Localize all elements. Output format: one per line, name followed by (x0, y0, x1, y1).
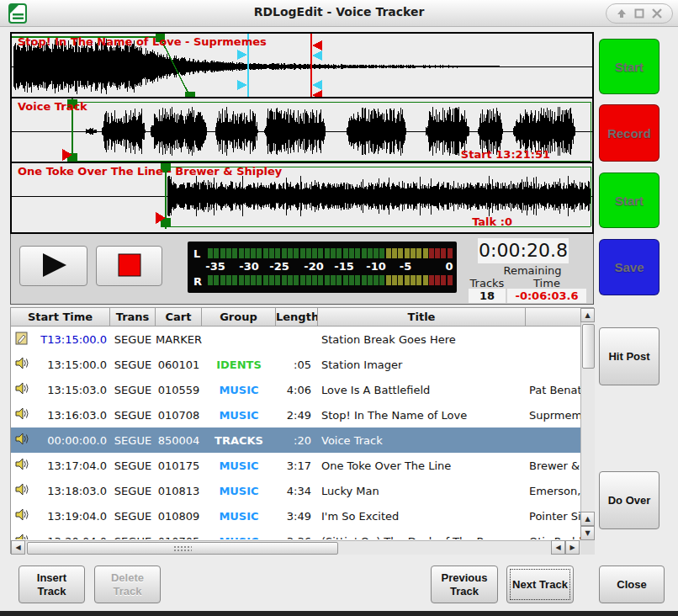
meter-segment (336, 275, 342, 285)
horizontal-scrollbar[interactable] (11, 540, 580, 555)
scrollbar-corner (580, 540, 595, 555)
meter-segment (208, 275, 213, 285)
meter-segment (362, 275, 367, 285)
cell-artist: Pat Benatar (526, 384, 580, 396)
log-table-row[interactable]: 00:00:00.0SEGUE850004TRACKS:20Voice Trac… (11, 427, 580, 453)
log-table-row[interactable]: T13:15:00.0SEGUEMARKERStation Break Goes… (11, 327, 580, 352)
speaker-icon (11, 534, 33, 539)
shade-window-icon[interactable] (617, 6, 627, 22)
scroll-down-button[interactable] (580, 526, 595, 540)
column-header-extra[interactable] (526, 308, 580, 327)
vertical-scrollbar-thumb[interactable] (582, 324, 595, 369)
meter-segment (294, 248, 299, 258)
meter-segment (239, 248, 244, 258)
scroll-up-button-bottom[interactable] (580, 512, 595, 526)
meter-segment (318, 275, 323, 285)
cell-length: 4:34 (276, 485, 318, 497)
meter-segment (373, 275, 379, 285)
log-table-row[interactable]: 13:18:03.0SEGUE010813MUSIC4:34Lucky ManE… (11, 478, 580, 503)
log-table-row[interactable]: 13:15:03.0SEGUE010559MUSIC4:06Love Is A … (11, 377, 580, 402)
do-over-button[interactable]: Do Over (599, 471, 659, 529)
meter-segment (349, 248, 354, 258)
note-icon (11, 332, 33, 348)
log-table-row[interactable]: 13:15:00.0SEGUE060101IDENTS:05Station Im… (11, 352, 580, 377)
meter-segment (288, 275, 293, 285)
meter-segment (411, 248, 416, 258)
track-label: Stop! In The Name of Love - Suprmemes (18, 35, 267, 48)
meter-segment (312, 275, 317, 285)
meter-scale-label: -25 (269, 260, 289, 273)
meter-segment (398, 248, 403, 258)
meter-right-channel-label: R (193, 275, 205, 288)
end-marker-arrow (312, 90, 322, 98)
meter-segment (232, 275, 237, 285)
meter-segment (257, 248, 262, 258)
title-bar[interactable]: RDLogEdit - Voice Tracker (0, 0, 678, 27)
log-table-row[interactable]: 13:16:03.0SEGUE010708MUSIC2:49Stop! In T… (11, 402, 580, 427)
next-track-button[interactable]: Next Track (506, 566, 574, 603)
start-previous-button[interactable]: Start (599, 39, 659, 94)
cell-start-time: 13:18:03.0 (33, 485, 110, 497)
meter-segment (306, 248, 311, 258)
close-window-icon[interactable] (652, 6, 662, 22)
log-table-row[interactable]: 13:17:04.0SEGUE010175MUSIC3:17One Toke O… (11, 453, 580, 478)
horizontal-scrollbar-thumb[interactable] (27, 542, 338, 555)
waveform-track-next[interactable]: One Toke Over The Line - Brewer & Shiple… (12, 163, 592, 229)
meter-segment (312, 248, 317, 258)
column-header-start-time[interactable]: Start Time (11, 308, 110, 327)
column-header-cart[interactable]: Cart (156, 308, 202, 327)
cell-artist: Suprmemes (526, 409, 580, 422)
scroll-left-button[interactable] (11, 540, 25, 555)
meter-segment (423, 275, 428, 285)
meter-segment (257, 275, 262, 285)
hit-post-button[interactable]: Hit Post (599, 327, 659, 385)
column-header-title[interactable]: Title (318, 308, 526, 327)
scroll-left-button-right[interactable] (551, 540, 565, 555)
delete-track-button[interactable]: Delete Track (94, 566, 161, 603)
insert-track-button[interactable]: Insert Track (19, 566, 85, 603)
meter-segment (343, 275, 348, 285)
track-talk-annotation: Talk :0 (472, 215, 512, 228)
waveform-editor: Stop! In The Name of Love - Suprmemes Vo… (10, 32, 594, 234)
meter-segment (269, 248, 274, 258)
meter-segment (386, 248, 391, 258)
waveform-track-previous[interactable]: Stop! In The Name of Love - Suprmemes (12, 34, 592, 98)
vertical-scrollbar[interactable] (580, 308, 595, 540)
column-header-trans[interactable]: Trans (110, 308, 156, 327)
meter-segment (269, 275, 274, 285)
close-button[interactable]: Close (599, 566, 665, 603)
meter-segment (416, 248, 421, 258)
meter-segment (306, 275, 311, 285)
start-next-button[interactable]: Start (599, 173, 659, 228)
speaker-icon (11, 483, 33, 498)
tracks-remaining-value: 18 (469, 289, 506, 303)
meter-segment (275, 248, 280, 258)
cell-group: MUSIC (202, 459, 276, 472)
meter-scale-label: 0 (445, 260, 453, 273)
cell-artist: Brewer & Shipley (526, 459, 580, 472)
maximize-window-icon[interactable] (634, 6, 644, 22)
meter-segment (239, 275, 244, 285)
column-header-group[interactable]: Group (202, 308, 276, 327)
meter-segment (448, 275, 453, 285)
stop-button[interactable] (96, 246, 162, 286)
record-button[interactable]: Record (599, 104, 659, 162)
speaker-icon (11, 458, 33, 473)
scroll-up-button[interactable] (580, 308, 595, 322)
save-button[interactable]: Save (599, 239, 659, 295)
log-table-row[interactable]: 13:20:04.0SEGUE010705MUSIC3:36(Sittin' O… (11, 528, 580, 539)
time-remaining-label: Time (507, 277, 586, 289)
meter-segment (373, 248, 379, 258)
previous-track-button[interactable]: Previous Track (431, 566, 498, 603)
play-button[interactable] (19, 246, 87, 286)
log-table-row[interactable]: 13:19:04.0SEGUE010809MUSIC3:49I'm So Exc… (11, 503, 580, 528)
cell-cart: 010175 (156, 459, 202, 472)
meter-segment (429, 275, 434, 285)
waveform-track-voice[interactable]: Voice Track Start 13:21:51 (12, 98, 592, 163)
meter-segment (355, 275, 360, 285)
meter-segment (318, 248, 323, 258)
scroll-right-button[interactable] (565, 540, 580, 555)
column-header-length[interactable]: Length (276, 308, 318, 327)
track-label: One Toke Over The Line - Brewer & Shiple… (18, 165, 282, 178)
cell-title: Love Is A Battlefield (318, 384, 526, 396)
